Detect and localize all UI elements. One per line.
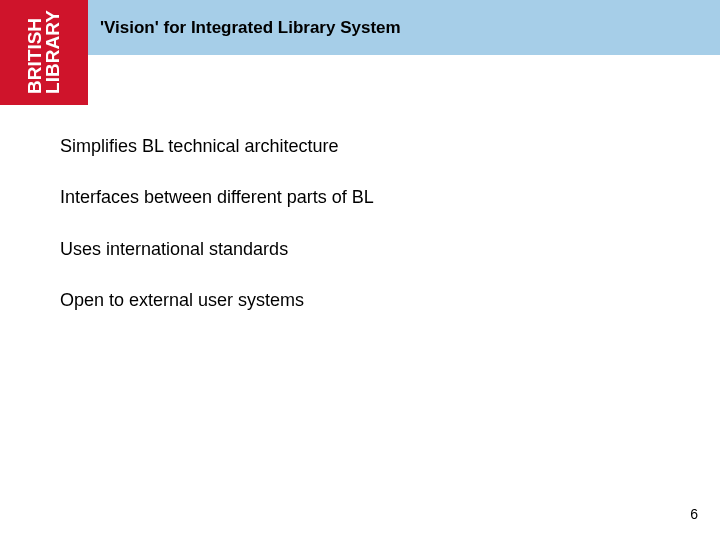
bullet-item: Open to external user systems xyxy=(60,289,660,312)
bullet-item: Interfaces between different parts of BL xyxy=(60,186,660,209)
logo-text: BRITISH LIBRARY xyxy=(26,11,62,95)
logo-line-2: LIBRARY xyxy=(42,11,63,95)
british-library-logo: BRITISH LIBRARY xyxy=(0,0,88,105)
bullet-item: Uses international standards xyxy=(60,238,660,261)
page-number: 6 xyxy=(690,506,698,522)
slide-title: 'Vision' for Integrated Library System xyxy=(100,18,401,38)
bullet-item: Simplifies BL technical architecture xyxy=(60,135,660,158)
slide-content: Simplifies BL technical architecture Int… xyxy=(60,135,660,341)
slide-header: 'Vision' for Integrated Library System xyxy=(88,0,720,55)
